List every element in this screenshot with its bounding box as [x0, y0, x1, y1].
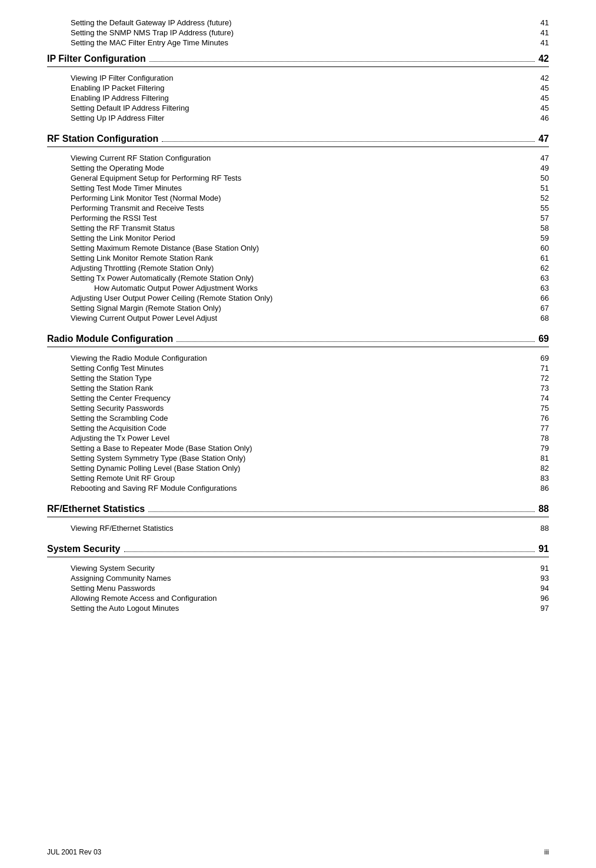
entry-text: Setting the Station Rank [71, 384, 153, 393]
entry-page: 41 [531, 18, 549, 27]
toc-entry: Viewing the Radio Module Configuration 6… [47, 353, 549, 363]
toc-section: RF/Ethernet Statistics 88 Viewing RF/Eth… [47, 504, 549, 533]
toc-section: IP Filter Configuration 42 Viewing IP Fi… [47, 54, 549, 123]
toc-entry: Viewing IP Filter Configuration 42 [47, 73, 549, 83]
entry-text: Enabling IP Address Filtering [71, 94, 169, 102]
entry-text: Adjusting User Output Power Ceiling (Rem… [71, 294, 272, 302]
toc-entry: Viewing Current Output Power Level Adjus… [47, 313, 549, 323]
toc-entry: Setting the Link Monitor Period 59 [47, 233, 549, 243]
entry-page: 59 [531, 234, 549, 242]
toc-entry: Setting the Center Frequency 74 [47, 393, 549, 403]
section-header: RF/Ethernet Statistics 88 [47, 504, 549, 514]
entry-page: 46 [531, 114, 549, 122]
entry-text: Setting the Operating Mode [71, 164, 164, 172]
toc-entry: Viewing RF/Ethernet Statistics 88 [47, 523, 549, 533]
entry-text: Setting System Symmetry Type (Base Stati… [71, 454, 245, 463]
entry-text: Adjusting Throttling (Remote Station Onl… [71, 264, 214, 272]
toc-entry: Performing the RSSI Test 57 [47, 213, 549, 223]
entry-text: Setting the Acquisition Code [71, 424, 167, 433]
entry-text: Setting the RF Transmit Status [71, 224, 175, 232]
footer-right: iii [544, 848, 549, 856]
entry-page: 81 [531, 454, 549, 463]
toc-entry: Setting Default IP Address Filtering 45 [47, 103, 549, 113]
toc-entry: Setting a Base to Repeater Mode (Base St… [47, 443, 549, 453]
entry-page: 96 [531, 594, 549, 603]
entry-page: 78 [531, 434, 549, 443]
entry-page: 67 [531, 304, 549, 312]
entry-page: 94 [531, 584, 549, 593]
section-title: IP Filter Configuration [47, 54, 146, 64]
entry-page: 50 [531, 174, 549, 182]
toc-entry: Viewing System Security 91 [47, 563, 549, 573]
entry-page: 63 [531, 274, 549, 282]
entry-text: Setting Maximum Remote Distance (Base St… [71, 244, 259, 252]
toc-entry: Performing Transmit and Receive Tests 55 [47, 203, 549, 213]
entry-text: Viewing Current RF Station Configuration [71, 154, 211, 162]
toc-entry: Setting Config Test Minutes 71 [47, 363, 549, 373]
entry-page: 73 [531, 384, 549, 393]
entry-text: Performing the RSSI Test [71, 214, 157, 222]
entry-text: Performing Transmit and Receive Tests [71, 204, 204, 212]
toc-section: Radio Module Configuration 69 Viewing th… [47, 334, 549, 493]
entry-page: 45 [531, 84, 549, 92]
section-header: RF Station Configuration 47 [47, 134, 549, 144]
entry-page: 63 [531, 284, 549, 292]
entry-text: Setting Test Mode Timer Minutes [71, 184, 182, 192]
entry-text: Setting the SNMP NMS Trap IP Address (fu… [71, 28, 234, 37]
divider [47, 557, 549, 557]
entry-page: 42 [531, 74, 549, 82]
toc-entry: Enabling IP Address Filtering 45 [47, 93, 549, 103]
entry-page: 51 [531, 184, 549, 192]
entry-page: 91 [531, 564, 549, 573]
entry-text: Viewing System Security [71, 564, 155, 573]
section-header: System Security 91 [47, 544, 549, 554]
entry-page: 76 [531, 414, 549, 423]
entry-page: 57 [531, 214, 549, 222]
divider [47, 147, 549, 147]
entry-text: Setting the MAC Filter Entry Age Time Mi… [71, 38, 228, 47]
entry-text: Setting Link Monitor Remote Station Rank [71, 254, 213, 262]
entry-page: 41 [531, 38, 549, 47]
section-dots [148, 511, 535, 512]
toc-entry: Setting Test Mode Timer Minutes 51 [47, 183, 549, 193]
section-page: 91 [538, 544, 549, 554]
entry-page: 97 [531, 604, 549, 613]
entry-text: Setting Tx Power Automatically (Remote S… [71, 274, 254, 282]
toc-entry: Setting the Operating Mode 49 [47, 163, 549, 173]
section-title: RF Station Configuration [47, 134, 158, 144]
toc-entry: Setting the MAC Filter Entry Age Time Mi… [47, 38, 549, 48]
entry-text: Setting the Link Monitor Period [71, 234, 175, 242]
entry-page: 52 [531, 194, 549, 202]
entry-page: 79 [531, 444, 549, 453]
footer-left: JUL 2001 Rev 03 [47, 848, 101, 856]
entry-text: Viewing Current Output Power Level Adjus… [71, 314, 217, 322]
entry-text: Setting a Base to Repeater Mode (Base St… [71, 444, 252, 453]
entry-text: Rebooting and Saving RF Module Configura… [71, 484, 237, 493]
toc-entry: Setting Link Monitor Remote Station Rank… [47, 253, 549, 263]
entry-page: 61 [531, 254, 549, 262]
toc-entry: Assigning Community Names 93 [47, 573, 549, 583]
section-title: System Security [47, 544, 121, 554]
toc-entry: Setting the Auto Logout Minutes 97 [47, 603, 549, 613]
entry-page: 58 [531, 224, 549, 232]
entry-page: 83 [531, 474, 549, 483]
section-header: Radio Module Configuration 69 [47, 334, 549, 344]
toc-entry: Viewing Current RF Station Configuration… [47, 153, 549, 163]
entry-page: 71 [531, 364, 549, 373]
entry-page: 49 [531, 164, 549, 172]
entry-text: Adjusting the Tx Power Level [71, 434, 169, 443]
footer: JUL 2001 Rev 03 iii [47, 848, 549, 856]
entry-text: Setting Dynamic Polling Level (Base Stat… [71, 464, 240, 473]
entry-text: Performing Link Monitor Test (Normal Mod… [71, 194, 221, 202]
entry-page: 60 [531, 244, 549, 252]
entry-text: Setting Signal Margin (Remote Station On… [71, 304, 221, 312]
entry-page: 45 [531, 94, 549, 102]
entry-text: Setting the Auto Logout Minutes [71, 604, 179, 613]
toc-entry: Allowing Remote Access and Configuration… [47, 593, 549, 603]
section-dots [162, 141, 535, 142]
entry-page: 68 [531, 314, 549, 322]
divider [47, 517, 549, 517]
entry-page: 66 [531, 294, 549, 302]
entry-page: 93 [531, 574, 549, 583]
toc-entry: Performing Link Monitor Test (Normal Mod… [47, 193, 549, 203]
